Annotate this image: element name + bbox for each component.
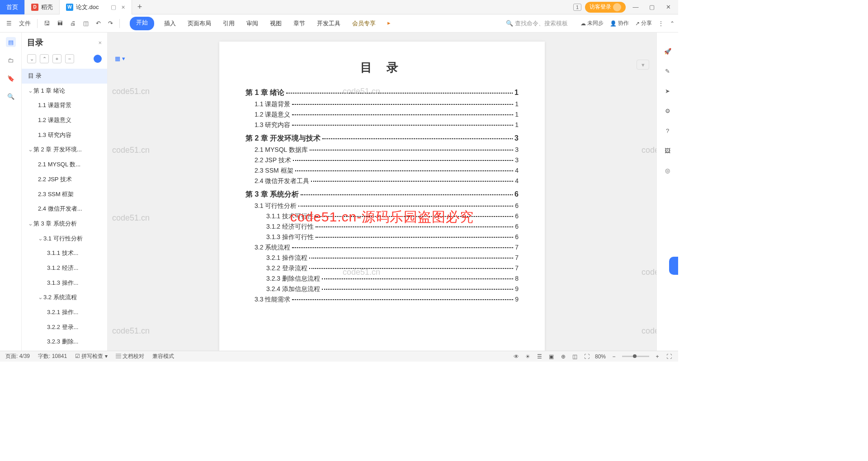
toc-entry[interactable]: 3.2.2 登录流程7: [245, 264, 519, 273]
collab-button[interactable]: 👤协作: [610, 19, 629, 27]
outline-item[interactable]: 1.2 课题意义: [22, 113, 107, 128]
outline-item[interactable]: 1.3 研究内容: [22, 128, 107, 143]
page-indicator[interactable]: 页面: 4/39: [5, 353, 30, 360]
toc-entry[interactable]: 3.2.1 操作流程7: [245, 254, 519, 262]
menu-tab-start[interactable]: 开始: [130, 17, 154, 30]
cursor-icon[interactable]: ➤: [663, 86, 673, 96]
outline-item[interactable]: 3.1.1 技术...: [22, 246, 107, 261]
target-icon[interactable]: ◎: [663, 165, 673, 175]
menu-tab-devtools[interactable]: 开发工具: [315, 17, 342, 30]
divider-icon[interactable]: ◫: [571, 353, 579, 360]
menu-tab-reference[interactable]: 引用: [221, 17, 236, 30]
minimize-button[interactable]: —: [629, 2, 642, 13]
zoom-in-icon[interactable]: +: [654, 353, 661, 360]
more-icon[interactable]: ⋮: [658, 20, 664, 27]
help-icon[interactable]: ?: [663, 126, 673, 136]
menu-tab-insert[interactable]: 插入: [162, 17, 178, 30]
outline-item[interactable]: 2.2 JSP 技术: [22, 172, 107, 187]
tab-document[interactable]: W论文.doc▢×: [60, 0, 132, 14]
outline-item[interactable]: ⌄第 1 章 绪论: [22, 84, 107, 99]
add-outline-icon[interactable]: +: [52, 54, 61, 63]
page-options-icon[interactable]: ▾: [637, 60, 649, 70]
outline-item[interactable]: 目 录: [22, 69, 107, 84]
page-nav-icon[interactable]: ▦ ▾: [115, 55, 125, 62]
undo-icon[interactable]: ↶: [93, 18, 104, 28]
share-button[interactable]: ↗分享: [635, 19, 652, 27]
redo-icon[interactable]: ↷: [105, 18, 116, 28]
toc-entry[interactable]: 第 1 章 绪论1: [245, 88, 519, 98]
remove-outline-icon[interactable]: −: [65, 54, 74, 63]
document-area[interactable]: ▦ ▾ ▾ 目 录 第 1 章 绪论11.1 课题背景11.2 课题意义11.3…: [108, 33, 656, 351]
menu-tab-review[interactable]: 审阅: [245, 17, 260, 30]
window-count-icon[interactable]: 1: [573, 4, 581, 11]
print-icon[interactable]: 🖨: [67, 18, 79, 28]
preview-icon[interactable]: ◫: [80, 18, 91, 28]
outline-item[interactable]: ⌄第 2 章 开发环境...: [22, 142, 107, 157]
toc-entry[interactable]: 3.1.1 技术可行性6: [245, 212, 519, 221]
toc-entry[interactable]: 2.3 SSM 框架4: [245, 167, 519, 175]
outline-item[interactable]: 3.2.4 添加...: [22, 349, 107, 351]
login-button[interactable]: 访客登录: [585, 2, 626, 13]
toc-entry[interactable]: 第 2 章 开发环境与技术3: [245, 134, 519, 143]
folder-sidebar-icon[interactable]: 🗀: [6, 55, 16, 65]
menu-tab-chapter[interactable]: 章节: [292, 17, 307, 30]
outline-close-icon[interactable]: ×: [98, 39, 102, 46]
tab-home[interactable]: 首页: [0, 0, 25, 14]
outline-item[interactable]: 2.4 微信开发者...: [22, 202, 107, 216]
outline-item[interactable]: 3.2.3 删除...: [22, 334, 107, 349]
fit-icon[interactable]: ⛶: [583, 353, 590, 360]
toc-entry[interactable]: 1.3 研究内容1: [245, 121, 519, 129]
toc-entry[interactable]: 3.1.2 经济可行性6: [245, 223, 519, 231]
toc-entry[interactable]: 2.1 MYSQL 数据库3: [245, 146, 519, 154]
toc-entry[interactable]: 3.3 性能需求9: [245, 296, 519, 304]
maximize-button[interactable]: ▢: [646, 2, 658, 13]
outline-item[interactable]: 2.1 MYSQL 数...: [22, 157, 107, 172]
save-icon[interactable]: 🖫: [41, 18, 52, 28]
menu-icon[interactable]: ☰: [4, 18, 14, 28]
outline-item[interactable]: 2.3 SSM 框架: [22, 187, 107, 202]
spellcheck-button[interactable]: ☑ 拼写检查 ▾: [75, 353, 108, 360]
search-sidebar-icon[interactable]: 🔍: [6, 91, 16, 101]
outline-item[interactable]: ⌄3.1 可行性分析: [22, 231, 107, 246]
outline-item[interactable]: 3.1.3 操作...: [22, 276, 107, 291]
outline-sidebar-icon[interactable]: ▤: [6, 37, 16, 47]
menu-more-icon[interactable]: ▸: [386, 17, 392, 30]
outline-badge-icon[interactable]: [94, 55, 102, 63]
page-view-icon[interactable]: ▣: [548, 353, 555, 360]
expand-all-icon[interactable]: ⌃: [40, 54, 49, 63]
toc-entry[interactable]: 3.2 系统流程7: [245, 244, 519, 252]
screen-icon[interactable]: ▢: [111, 4, 116, 10]
menu-tab-view[interactable]: 视图: [268, 17, 283, 30]
list-view-icon[interactable]: ☰: [536, 353, 543, 360]
outline-item[interactable]: ⌄3.2 系统流程: [22, 290, 107, 305]
add-tab-button[interactable]: +: [132, 2, 148, 12]
toc-entry[interactable]: 2.2 JSP 技术3: [245, 156, 519, 165]
outline-item[interactable]: 1.1 课题背景: [22, 98, 107, 113]
toc-entry[interactable]: 1.1 课题背景1: [245, 100, 519, 108]
zoom-slider[interactable]: [622, 356, 649, 357]
image-icon[interactable]: 🖼: [663, 146, 673, 155]
close-button[interactable]: ✕: [662, 2, 675, 13]
toc-entry[interactable]: 3.1.3 操作可行性6: [245, 233, 519, 241]
settings-icon[interactable]: ⚙: [663, 106, 673, 116]
toc-entry[interactable]: 3.2.3 删除信息流程8: [245, 275, 519, 283]
sync-button[interactable]: ☁未同步: [580, 19, 604, 27]
zoom-level[interactable]: 80%: [595, 353, 606, 360]
proofread-button[interactable]: ▤ 文档校对: [116, 353, 144, 360]
zoom-out-icon[interactable]: −: [610, 353, 618, 360]
collapse-all-icon[interactable]: ⌄: [27, 54, 36, 63]
toc-entry[interactable]: 3.2.4 添加信息流程9: [245, 285, 519, 293]
web-view-icon[interactable]: ⊕: [560, 353, 567, 360]
rocket-icon[interactable]: 🚀: [663, 46, 673, 56]
brightness-icon[interactable]: ☀: [524, 353, 532, 360]
edit-icon[interactable]: ✎: [663, 66, 673, 76]
file-menu[interactable]: 文件: [16, 18, 33, 29]
outline-item[interactable]: 3.2.2 登录...: [22, 320, 107, 335]
menu-tab-layout[interactable]: 页面布局: [186, 17, 213, 30]
toc-entry[interactable]: 第 3 章 系统分析6: [245, 190, 519, 199]
close-icon[interactable]: ×: [122, 4, 125, 11]
toc-entry[interactable]: 2.4 微信开发者工具4: [245, 177, 519, 185]
bookmark-sidebar-icon[interactable]: 🔖: [6, 73, 16, 83]
outline-item[interactable]: 3.1.2 经济...: [22, 261, 107, 276]
save-as-icon[interactable]: 🖬: [54, 18, 66, 28]
